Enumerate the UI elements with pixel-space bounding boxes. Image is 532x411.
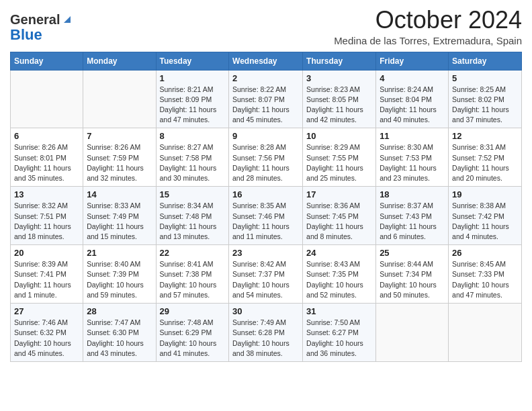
calendar-week-4: 20Sunrise: 8:39 AM Sunset: 7:41 PM Dayli… bbox=[11, 245, 522, 304]
calendar-cell: 29Sunrise: 7:48 AM Sunset: 6:29 PM Dayli… bbox=[156, 304, 229, 362]
calendar-week-3: 13Sunrise: 8:32 AM Sunset: 7:51 PM Dayli… bbox=[11, 187, 522, 245]
calendar-cell bbox=[449, 304, 522, 362]
day-info: Sunrise: 7:46 AM Sunset: 6:32 PM Dayligh… bbox=[14, 318, 79, 359]
day-info: Sunrise: 8:30 AM Sunset: 7:53 PM Dayligh… bbox=[380, 142, 445, 183]
day-number: 14 bbox=[87, 189, 152, 199]
calendar-cell: 21Sunrise: 8:40 AM Sunset: 7:39 PM Dayli… bbox=[83, 245, 156, 304]
day-info: Sunrise: 7:49 AM Sunset: 6:28 PM Dayligh… bbox=[232, 318, 299, 359]
calendar-cell: 12Sunrise: 8:31 AM Sunset: 7:52 PM Dayli… bbox=[449, 128, 522, 187]
calendar-cell: 15Sunrise: 8:34 AM Sunset: 7:48 PM Dayli… bbox=[156, 187, 229, 245]
day-number: 12 bbox=[452, 131, 518, 141]
day-number: 30 bbox=[232, 306, 299, 316]
calendar-week-1: 1Sunrise: 8:21 AM Sunset: 8:09 PM Daylig… bbox=[11, 70, 522, 128]
day-info: Sunrise: 8:34 AM Sunset: 7:48 PM Dayligh… bbox=[160, 201, 226, 242]
calendar-cell: 28Sunrise: 7:47 AM Sunset: 6:30 PM Dayli… bbox=[83, 304, 156, 362]
day-info: Sunrise: 8:21 AM Sunset: 8:09 PM Dayligh… bbox=[160, 85, 226, 126]
logo-blue-text: Blue bbox=[10, 26, 42, 43]
svg-marker-0 bbox=[64, 16, 71, 23]
day-info: Sunrise: 8:26 AM Sunset: 7:59 PM Dayligh… bbox=[87, 142, 152, 183]
month-title: October 2024 bbox=[334, 7, 522, 34]
logo-general-text: General bbox=[10, 12, 60, 27]
logo: General Blue bbox=[10, 12, 73, 43]
calendar-cell: 5Sunrise: 8:25 AM Sunset: 8:02 PM Daylig… bbox=[449, 70, 522, 128]
day-info: Sunrise: 8:29 AM Sunset: 7:55 PM Dayligh… bbox=[306, 142, 372, 183]
page-header: General Blue October 2024 Medina de las … bbox=[10, 7, 522, 46]
weekday-header-tuesday: Tuesday bbox=[156, 52, 229, 70]
day-number: 27 bbox=[14, 306, 79, 316]
day-number: 4 bbox=[380, 73, 445, 83]
calendar-cell: 23Sunrise: 8:42 AM Sunset: 7:37 PM Dayli… bbox=[229, 245, 303, 304]
calendar-cell: 13Sunrise: 8:32 AM Sunset: 7:51 PM Dayli… bbox=[11, 187, 83, 245]
day-number: 9 bbox=[232, 131, 299, 141]
weekday-header-friday: Friday bbox=[376, 52, 449, 70]
day-number: 23 bbox=[232, 248, 299, 258]
day-number: 7 bbox=[87, 131, 152, 141]
calendar-cell: 4Sunrise: 8:24 AM Sunset: 8:04 PM Daylig… bbox=[376, 70, 449, 128]
title-block: October 2024 Medina de las Torres, Extre… bbox=[334, 7, 522, 46]
day-info: Sunrise: 8:44 AM Sunset: 7:34 PM Dayligh… bbox=[380, 259, 445, 300]
calendar-cell: 7Sunrise: 8:26 AM Sunset: 7:59 PM Daylig… bbox=[83, 128, 156, 187]
calendar-cell: 6Sunrise: 8:26 AM Sunset: 8:01 PM Daylig… bbox=[11, 128, 83, 187]
day-info: Sunrise: 8:26 AM Sunset: 8:01 PM Dayligh… bbox=[14, 142, 79, 183]
day-number: 19 bbox=[452, 189, 518, 199]
calendar-cell: 25Sunrise: 8:44 AM Sunset: 7:34 PM Dayli… bbox=[376, 245, 449, 304]
calendar-cell: 14Sunrise: 8:33 AM Sunset: 7:49 PM Dayli… bbox=[83, 187, 156, 245]
day-number: 15 bbox=[160, 189, 226, 199]
day-number: 25 bbox=[380, 248, 445, 258]
calendar-cell: 18Sunrise: 8:37 AM Sunset: 7:43 PM Dayli… bbox=[376, 187, 449, 245]
weekday-header-saturday: Saturday bbox=[449, 52, 522, 70]
weekday-header-sunday: Sunday bbox=[11, 52, 83, 70]
day-info: Sunrise: 8:22 AM Sunset: 8:07 PM Dayligh… bbox=[232, 85, 299, 126]
calendar-cell: 3Sunrise: 8:23 AM Sunset: 8:05 PM Daylig… bbox=[303, 70, 376, 128]
day-number: 28 bbox=[87, 306, 152, 316]
day-number: 16 bbox=[232, 189, 299, 199]
day-info: Sunrise: 8:35 AM Sunset: 7:46 PM Dayligh… bbox=[232, 201, 299, 242]
day-info: Sunrise: 7:50 AM Sunset: 6:27 PM Dayligh… bbox=[306, 318, 372, 359]
day-info: Sunrise: 8:23 AM Sunset: 8:05 PM Dayligh… bbox=[306, 85, 372, 126]
day-number: 18 bbox=[380, 189, 445, 199]
calendar-cell: 20Sunrise: 8:39 AM Sunset: 7:41 PM Dayli… bbox=[11, 245, 83, 304]
day-info: Sunrise: 8:36 AM Sunset: 7:45 PM Dayligh… bbox=[306, 201, 372, 242]
calendar-cell: 16Sunrise: 8:35 AM Sunset: 7:46 PM Dayli… bbox=[229, 187, 303, 245]
day-info: Sunrise: 8:45 AM Sunset: 7:33 PM Dayligh… bbox=[452, 259, 518, 300]
day-number: 26 bbox=[452, 248, 518, 258]
calendar-cell: 10Sunrise: 8:29 AM Sunset: 7:55 PM Dayli… bbox=[303, 128, 376, 187]
day-info: Sunrise: 8:28 AM Sunset: 7:56 PM Dayligh… bbox=[232, 142, 299, 183]
calendar-table: SundayMondayTuesdayWednesdayThursdayFrid… bbox=[10, 52, 522, 362]
calendar-cell: 22Sunrise: 8:41 AM Sunset: 7:38 PM Dayli… bbox=[156, 245, 229, 304]
day-number: 11 bbox=[380, 131, 445, 141]
day-number: 13 bbox=[14, 189, 79, 199]
day-number: 21 bbox=[87, 248, 152, 258]
day-number: 5 bbox=[452, 73, 518, 83]
day-info: Sunrise: 7:47 AM Sunset: 6:30 PM Dayligh… bbox=[87, 318, 152, 359]
calendar-cell: 30Sunrise: 7:49 AM Sunset: 6:28 PM Dayli… bbox=[229, 304, 303, 362]
logo-triangle-icon bbox=[61, 13, 73, 26]
day-info: Sunrise: 8:25 AM Sunset: 8:02 PM Dayligh… bbox=[452, 85, 518, 126]
calendar-cell: 1Sunrise: 8:21 AM Sunset: 8:09 PM Daylig… bbox=[156, 70, 229, 128]
weekday-header-monday: Monday bbox=[83, 52, 156, 70]
calendar-week-5: 27Sunrise: 7:46 AM Sunset: 6:32 PM Dayli… bbox=[11, 304, 522, 362]
day-info: Sunrise: 8:37 AM Sunset: 7:43 PM Dayligh… bbox=[380, 201, 445, 242]
day-info: Sunrise: 8:43 AM Sunset: 7:35 PM Dayligh… bbox=[306, 259, 372, 300]
calendar-cell: 11Sunrise: 8:30 AM Sunset: 7:53 PM Dayli… bbox=[376, 128, 449, 187]
day-number: 29 bbox=[160, 306, 226, 316]
day-info: Sunrise: 8:40 AM Sunset: 7:39 PM Dayligh… bbox=[87, 259, 152, 300]
day-number: 3 bbox=[306, 73, 372, 83]
calendar-cell: 27Sunrise: 7:46 AM Sunset: 6:32 PM Dayli… bbox=[11, 304, 83, 362]
day-info: Sunrise: 8:24 AM Sunset: 8:04 PM Dayligh… bbox=[380, 85, 445, 126]
day-number: 6 bbox=[14, 131, 79, 141]
day-number: 10 bbox=[306, 131, 372, 141]
day-number: 24 bbox=[306, 248, 372, 258]
calendar-cell: 8Sunrise: 8:27 AM Sunset: 7:58 PM Daylig… bbox=[156, 128, 229, 187]
calendar-cell: 31Sunrise: 7:50 AM Sunset: 6:27 PM Dayli… bbox=[303, 304, 376, 362]
day-info: Sunrise: 8:39 AM Sunset: 7:41 PM Dayligh… bbox=[14, 259, 79, 300]
day-info: Sunrise: 7:48 AM Sunset: 6:29 PM Dayligh… bbox=[160, 318, 226, 359]
day-info: Sunrise: 8:27 AM Sunset: 7:58 PM Dayligh… bbox=[160, 142, 226, 183]
calendar-cell bbox=[83, 70, 156, 128]
calendar-cell: 24Sunrise: 8:43 AM Sunset: 7:35 PM Dayli… bbox=[303, 245, 376, 304]
weekday-header-row: SundayMondayTuesdayWednesdayThursdayFrid… bbox=[11, 52, 522, 70]
weekday-header-wednesday: Wednesday bbox=[229, 52, 303, 70]
day-number: 1 bbox=[160, 73, 226, 83]
day-info: Sunrise: 8:33 AM Sunset: 7:49 PM Dayligh… bbox=[87, 201, 152, 242]
day-number: 22 bbox=[160, 248, 226, 258]
